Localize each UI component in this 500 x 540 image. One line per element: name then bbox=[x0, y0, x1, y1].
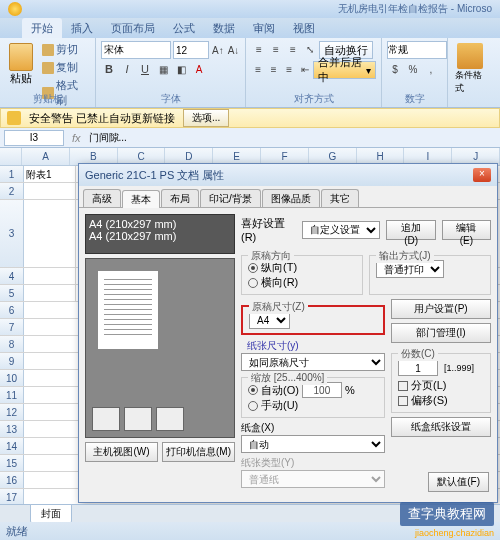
copies-input[interactable] bbox=[398, 360, 438, 376]
thumb-icon bbox=[92, 407, 120, 431]
italic-button[interactable]: I bbox=[119, 61, 135, 77]
tray-settings-button[interactable]: 纸盒纸张设置 bbox=[391, 417, 491, 437]
fill-color-button[interactable]: ◧ bbox=[173, 61, 189, 77]
group-number-label: 数字 bbox=[382, 92, 447, 106]
ribbon-tabs: 开始 插入 页面布局 公式 数据 审阅 视图 bbox=[0, 18, 500, 38]
radio-icon bbox=[248, 278, 258, 288]
dtab-advanced[interactable]: 高级 bbox=[83, 189, 121, 207]
row-header[interactable]: 1 bbox=[0, 166, 24, 182]
row-header[interactable]: 6 bbox=[0, 302, 24, 318]
cut-button[interactable]: 剪切 bbox=[40, 41, 90, 58]
bold-button[interactable]: B bbox=[101, 61, 117, 77]
radio-icon bbox=[248, 385, 258, 395]
row-header[interactable]: 11 bbox=[0, 387, 24, 403]
tab-layout[interactable]: 页面布局 bbox=[102, 18, 164, 38]
copy-button[interactable]: 复制 bbox=[40, 59, 90, 76]
row-header[interactable]: 9 bbox=[0, 353, 24, 369]
font-size-select[interactable] bbox=[173, 41, 209, 59]
papersize-label: 纸张尺寸(y) bbox=[247, 339, 385, 353]
radio-icon bbox=[248, 401, 258, 411]
align-left-icon[interactable]: ≡ bbox=[251, 61, 265, 77]
close-icon[interactable]: × bbox=[473, 168, 491, 182]
fx-icon[interactable]: fx bbox=[72, 132, 81, 144]
zoom-manual-radio[interactable]: 手动(U) bbox=[248, 398, 378, 413]
row-header[interactable]: 3 bbox=[0, 200, 24, 267]
user-settings-button[interactable]: 用户设置(P) bbox=[391, 299, 491, 319]
host-view-button[interactable]: 主机视图(W) bbox=[85, 442, 158, 462]
font-color-button[interactable]: A bbox=[191, 61, 207, 77]
row-header[interactable]: 13 bbox=[0, 421, 24, 437]
size-list[interactable]: A4 (210x297 mm) A4 (210x297 mm) bbox=[85, 214, 235, 254]
row-header[interactable]: 10 bbox=[0, 370, 24, 386]
col-a[interactable]: A bbox=[22, 148, 70, 165]
currency-icon[interactable]: $ bbox=[387, 61, 403, 77]
cell[interactable]: 附表1 bbox=[24, 166, 76, 182]
row-header[interactable]: 16 bbox=[0, 472, 24, 488]
row-header[interactable]: 14 bbox=[0, 438, 24, 454]
tab-data[interactable]: 数据 bbox=[204, 18, 244, 38]
align-bot-icon[interactable]: ≡ bbox=[285, 41, 301, 57]
printer-info-button[interactable]: 打印机信息(M) bbox=[162, 442, 235, 462]
row-header[interactable]: 7 bbox=[0, 319, 24, 335]
tab-insert[interactable]: 插入 bbox=[62, 18, 102, 38]
orientation-icon[interactable]: ⤡ bbox=[302, 41, 318, 57]
row-header[interactable]: 17 bbox=[0, 489, 24, 505]
align-right-icon[interactable]: ≡ bbox=[282, 61, 296, 77]
number-format-select[interactable] bbox=[387, 41, 447, 59]
dtab-basic[interactable]: 基本 bbox=[122, 190, 160, 208]
warning-options-button[interactable]: 选项... bbox=[183, 109, 229, 127]
percent-icon[interactable]: % bbox=[405, 61, 421, 77]
tab-home[interactable]: 开始 bbox=[22, 18, 62, 38]
name-box[interactable]: I3 bbox=[4, 130, 64, 146]
title-bar: 无机房电引年检自检报告 - Microso bbox=[0, 0, 500, 18]
comma-icon[interactable]: , bbox=[423, 61, 439, 77]
row-header[interactable]: 15 bbox=[0, 455, 24, 471]
row-header[interactable]: 4 bbox=[0, 268, 24, 284]
underline-button[interactable]: U bbox=[137, 61, 153, 77]
offset-check[interactable]: 偏移(S) bbox=[398, 393, 484, 408]
warning-icon bbox=[7, 111, 21, 125]
merge-center-button[interactable]: 合并后居中▾ bbox=[313, 61, 376, 79]
dept-manage-button[interactable]: 部门管理(I) bbox=[391, 323, 491, 343]
align-top-icon[interactable]: ≡ bbox=[251, 41, 267, 57]
pref-select[interactable]: 自定义设置 bbox=[302, 221, 380, 239]
dialog-tabs: 高级 基本 布局 印记/背景 图像品质 其它 bbox=[79, 186, 497, 208]
zoom-label: 缩放 [25...400%] bbox=[248, 371, 327, 385]
grow-font-icon[interactable]: A↑ bbox=[211, 42, 225, 58]
dtab-layout[interactable]: 布局 bbox=[161, 189, 199, 207]
ptype-select[interactable]: 普通纸 bbox=[241, 470, 385, 488]
tray-select[interactable]: 自动 bbox=[241, 435, 385, 453]
dtab-other[interactable]: 其它 bbox=[321, 189, 359, 207]
radio-icon bbox=[248, 263, 258, 273]
align-mid-icon[interactable]: ≡ bbox=[268, 41, 284, 57]
papersize-select[interactable]: 如同原稿尺寸 bbox=[241, 353, 385, 371]
dtab-stamp[interactable]: 印记/背景 bbox=[200, 189, 261, 207]
dtab-quality[interactable]: 图像品质 bbox=[262, 189, 320, 207]
row-header[interactable]: 12 bbox=[0, 404, 24, 420]
dialog-titlebar[interactable]: Generic 21C-1 PS 文档 属性 × bbox=[79, 164, 497, 186]
defaults-button[interactable]: 默认值(F) bbox=[428, 472, 489, 492]
office-orb-icon[interactable] bbox=[8, 2, 22, 16]
edit-pref-button[interactable]: 编辑(E) bbox=[442, 220, 491, 240]
landscape-radio[interactable]: 横向(R) bbox=[248, 275, 356, 290]
select-all-button[interactable] bbox=[0, 148, 22, 165]
shrink-font-icon[interactable]: A↓ bbox=[227, 42, 241, 58]
row-header[interactable]: 5 bbox=[0, 285, 24, 301]
sheet-tab[interactable]: 封面 bbox=[30, 504, 72, 524]
font-name-select[interactable] bbox=[101, 41, 171, 59]
row-header[interactable]: 8 bbox=[0, 336, 24, 352]
conditional-format-button[interactable]: 条件格式 bbox=[453, 41, 487, 97]
indent-dec-icon[interactable]: ⇤ bbox=[297, 61, 311, 77]
paste-icon bbox=[9, 43, 33, 71]
row-header[interactable]: 2 bbox=[0, 183, 24, 199]
tab-formulas[interactable]: 公式 bbox=[164, 18, 204, 38]
formula-value[interactable]: 门间隙... bbox=[85, 131, 127, 145]
collate-check[interactable]: 分页(L) bbox=[398, 378, 484, 393]
thumb-icon bbox=[124, 407, 152, 431]
tab-review[interactable]: 审阅 bbox=[244, 18, 284, 38]
tab-view[interactable]: 视图 bbox=[284, 18, 324, 38]
add-pref-button[interactable]: 追加(D) bbox=[386, 220, 436, 240]
border-button[interactable]: ▦ bbox=[155, 61, 171, 77]
align-center-icon[interactable]: ≡ bbox=[266, 61, 280, 77]
formula-bar: I3 fx 门间隙... bbox=[0, 128, 500, 148]
